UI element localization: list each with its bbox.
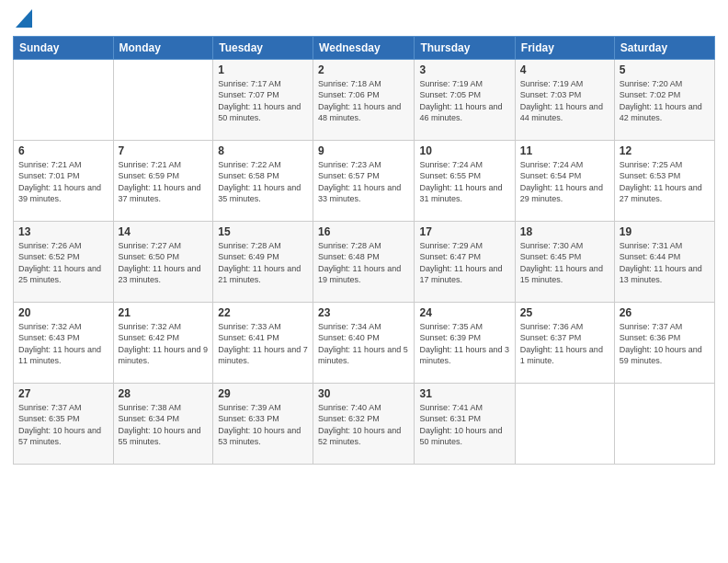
day-number: 22 (218, 306, 308, 319)
weekday-header-friday: Friday (515, 36, 614, 59)
week-row-3: 13Sunrise: 7:26 AM Sunset: 6:52 PM Dayli… (14, 221, 715, 302)
day-number: 26 (620, 306, 710, 319)
day-number: 25 (520, 306, 609, 319)
day-info: Sunrise: 7:28 AM Sunset: 6:49 PM Dayligh… (218, 240, 308, 286)
day-info: Sunrise: 7:32 AM Sunset: 6:43 PM Dayligh… (18, 321, 108, 367)
calendar-cell (14, 59, 114, 140)
day-number: 9 (318, 144, 409, 157)
day-info: Sunrise: 7:27 AM Sunset: 6:50 PM Dayligh… (119, 240, 209, 286)
day-info: Sunrise: 7:38 AM Sunset: 6:34 PM Dayligh… (119, 402, 209, 448)
page: SundayMondayTuesdayWednesdayThursdayFrid… (0, 0, 728, 563)
day-info: Sunrise: 7:23 AM Sunset: 6:57 PM Dayligh… (318, 159, 409, 205)
calendar-cell: 1Sunrise: 7:17 AM Sunset: 7:07 PM Daylig… (213, 59, 313, 140)
day-number: 20 (18, 306, 108, 319)
week-row-2: 6Sunrise: 7:21 AM Sunset: 7:01 PM Daylig… (14, 140, 715, 221)
weekday-header-wednesday: Wednesday (313, 36, 415, 59)
calendar-cell: 28Sunrise: 7:38 AM Sunset: 6:34 PM Dayli… (113, 383, 213, 464)
day-info: Sunrise: 7:32 AM Sunset: 6:42 PM Dayligh… (119, 321, 209, 367)
day-number: 28 (119, 387, 209, 400)
svg-marker-0 (16, 9, 32, 28)
day-info: Sunrise: 7:39 AM Sunset: 6:33 PM Dayligh… (218, 402, 308, 448)
day-info: Sunrise: 7:24 AM Sunset: 6:55 PM Dayligh… (419, 159, 509, 205)
day-number: 24 (419, 306, 509, 319)
day-number: 30 (318, 387, 409, 400)
calendar-cell: 18Sunrise: 7:30 AM Sunset: 6:45 PM Dayli… (515, 221, 614, 302)
calendar-cell: 30Sunrise: 7:40 AM Sunset: 6:32 PM Dayli… (313, 383, 415, 464)
calendar-cell: 9Sunrise: 7:23 AM Sunset: 6:57 PM Daylig… (313, 140, 415, 221)
calendar-cell: 24Sunrise: 7:35 AM Sunset: 6:39 PM Dayli… (415, 302, 515, 383)
calendar-cell: 7Sunrise: 7:21 AM Sunset: 6:59 PM Daylig… (113, 140, 213, 221)
day-number: 12 (620, 144, 710, 157)
calendar-cell (614, 383, 714, 464)
day-number: 14 (119, 225, 209, 238)
calendar-cell: 15Sunrise: 7:28 AM Sunset: 6:49 PM Dayli… (213, 221, 313, 302)
calendar-cell: 17Sunrise: 7:29 AM Sunset: 6:47 PM Dayli… (415, 221, 515, 302)
day-number: 2 (318, 63, 409, 76)
week-row-5: 27Sunrise: 7:37 AM Sunset: 6:35 PM Dayli… (14, 383, 715, 464)
calendar-cell: 14Sunrise: 7:27 AM Sunset: 6:50 PM Dayli… (113, 221, 213, 302)
day-info: Sunrise: 7:21 AM Sunset: 7:01 PM Dayligh… (18, 159, 108, 205)
day-number: 8 (218, 144, 308, 157)
day-number: 15 (218, 225, 308, 238)
calendar-cell: 26Sunrise: 7:37 AM Sunset: 6:36 PM Dayli… (614, 302, 714, 383)
day-info: Sunrise: 7:36 AM Sunset: 6:37 PM Dayligh… (520, 321, 609, 367)
day-info: Sunrise: 7:19 AM Sunset: 7:03 PM Dayligh… (520, 78, 609, 124)
calendar-cell: 29Sunrise: 7:39 AM Sunset: 6:33 PM Dayli… (213, 383, 313, 464)
weekday-header-thursday: Thursday (415, 36, 515, 59)
day-number: 7 (119, 144, 209, 157)
calendar-cell: 25Sunrise: 7:36 AM Sunset: 6:37 PM Dayli… (515, 302, 614, 383)
day-number: 5 (620, 63, 710, 76)
day-info: Sunrise: 7:37 AM Sunset: 6:36 PM Dayligh… (620, 321, 710, 367)
calendar-cell: 8Sunrise: 7:22 AM Sunset: 6:58 PM Daylig… (213, 140, 313, 221)
calendar-cell: 6Sunrise: 7:21 AM Sunset: 7:01 PM Daylig… (14, 140, 114, 221)
calendar-cell: 27Sunrise: 7:37 AM Sunset: 6:35 PM Dayli… (14, 383, 114, 464)
calendar-cell: 19Sunrise: 7:31 AM Sunset: 6:44 PM Dayli… (614, 221, 714, 302)
weekday-header-saturday: Saturday (614, 36, 714, 59)
day-info: Sunrise: 7:24 AM Sunset: 6:54 PM Dayligh… (520, 159, 609, 205)
day-number: 6 (18, 144, 108, 157)
day-info: Sunrise: 7:22 AM Sunset: 6:58 PM Dayligh… (218, 159, 308, 205)
week-row-4: 20Sunrise: 7:32 AM Sunset: 6:43 PM Dayli… (14, 302, 715, 383)
calendar-cell: 10Sunrise: 7:24 AM Sunset: 6:55 PM Dayli… (415, 140, 515, 221)
calendar-cell: 11Sunrise: 7:24 AM Sunset: 6:54 PM Dayli… (515, 140, 614, 221)
day-number: 21 (119, 306, 209, 319)
day-info: Sunrise: 7:28 AM Sunset: 6:48 PM Dayligh… (318, 240, 409, 286)
day-number: 13 (18, 225, 108, 238)
weekday-header-monday: Monday (113, 36, 213, 59)
day-info: Sunrise: 7:20 AM Sunset: 7:02 PM Dayligh… (620, 78, 710, 124)
calendar-cell: 31Sunrise: 7:41 AM Sunset: 6:31 PM Dayli… (415, 383, 515, 464)
day-info: Sunrise: 7:21 AM Sunset: 6:59 PM Dayligh… (119, 159, 209, 205)
logo-icon (16, 9, 32, 28)
day-info: Sunrise: 7:34 AM Sunset: 6:40 PM Dayligh… (318, 321, 409, 367)
day-number: 31 (419, 387, 509, 400)
day-number: 27 (18, 387, 108, 400)
day-info: Sunrise: 7:19 AM Sunset: 7:05 PM Dayligh… (419, 78, 509, 124)
weekday-header-sunday: Sunday (14, 36, 114, 59)
calendar-cell: 12Sunrise: 7:25 AM Sunset: 6:53 PM Dayli… (614, 140, 714, 221)
calendar-table: SundayMondayTuesdayWednesdayThursdayFrid… (13, 36, 715, 465)
weekday-header-tuesday: Tuesday (213, 36, 313, 59)
day-info: Sunrise: 7:41 AM Sunset: 6:31 PM Dayligh… (419, 402, 509, 448)
calendar-cell: 13Sunrise: 7:26 AM Sunset: 6:52 PM Dayli… (14, 221, 114, 302)
calendar-cell: 21Sunrise: 7:32 AM Sunset: 6:42 PM Dayli… (113, 302, 213, 383)
calendar-cell (113, 59, 213, 140)
calendar-cell: 3Sunrise: 7:19 AM Sunset: 7:05 PM Daylig… (415, 59, 515, 140)
day-info: Sunrise: 7:37 AM Sunset: 6:35 PM Dayligh… (18, 402, 108, 448)
calendar-cell: 4Sunrise: 7:19 AM Sunset: 7:03 PM Daylig… (515, 59, 614, 140)
day-info: Sunrise: 7:25 AM Sunset: 6:53 PM Dayligh… (620, 159, 710, 205)
day-number: 19 (620, 225, 710, 238)
calendar-cell: 2Sunrise: 7:18 AM Sunset: 7:06 PM Daylig… (313, 59, 415, 140)
calendar-cell: 22Sunrise: 7:33 AM Sunset: 6:41 PM Dayli… (213, 302, 313, 383)
day-info: Sunrise: 7:33 AM Sunset: 6:41 PM Dayligh… (218, 321, 308, 367)
day-info: Sunrise: 7:26 AM Sunset: 6:52 PM Dayligh… (18, 240, 108, 286)
day-info: Sunrise: 7:40 AM Sunset: 6:32 PM Dayligh… (318, 402, 409, 448)
week-row-1: 1Sunrise: 7:17 AM Sunset: 7:07 PM Daylig… (14, 59, 715, 140)
day-number: 23 (318, 306, 409, 319)
day-number: 16 (318, 225, 409, 238)
day-info: Sunrise: 7:35 AM Sunset: 6:39 PM Dayligh… (419, 321, 509, 367)
day-number: 11 (520, 144, 609, 157)
day-number: 10 (419, 144, 509, 157)
day-info: Sunrise: 7:18 AM Sunset: 7:06 PM Dayligh… (318, 78, 409, 124)
day-number: 18 (520, 225, 609, 238)
logo (13, 15, 32, 30)
